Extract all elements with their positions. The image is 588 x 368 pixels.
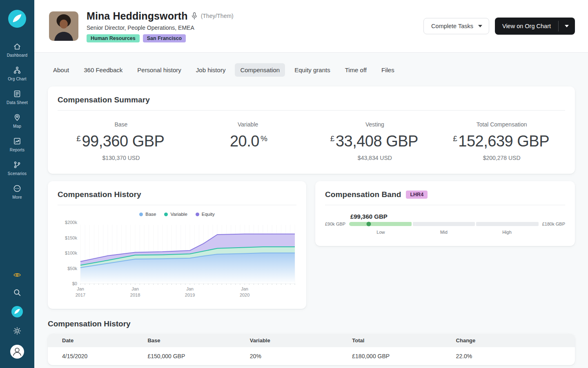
summary-value: 20.0 <box>230 133 259 150</box>
complete-tasks-button[interactable]: Complete Tasks <box>423 18 489 34</box>
col-header-variable: Variable <box>245 334 347 347</box>
svg-text:$50k: $50k <box>67 266 77 271</box>
compensation-band-card: Compensation Band LHR4 £99,360 GBP £90k … <box>315 181 575 246</box>
sidebar-item-map[interactable]: Map <box>0 109 34 133</box>
summary-col-variable: Variable 20.0% <box>185 121 312 162</box>
table-row[interactable]: 4/15/2020 £150,000 GBP 20% £180,000 GBP … <box>48 347 575 365</box>
more-ellipsis-icon <box>13 184 21 193</box>
view-org-chart-button[interactable]: View on Org Chart <box>495 18 575 35</box>
card-title: Compensation Summary <box>58 95 565 104</box>
value-suffix: % <box>261 134 267 143</box>
profile-photo <box>49 11 78 41</box>
divider <box>58 110 565 111</box>
chart-legend: Base Variable Equity <box>58 212 296 217</box>
sidebar-item-more[interactable]: More <box>0 180 34 204</box>
charthop-logo[interactable] <box>8 10 26 28</box>
job-title: Senior Director, People Operations, EMEA <box>87 24 234 31</box>
sidebar: Dashboard Org Chart Data Sheet Map <box>0 0 34 368</box>
sidebar-item-org-chart[interactable]: Org Chart <box>0 62 34 86</box>
currency-symbol: £ <box>76 134 80 143</box>
tab-360-feedback[interactable]: 360 Feedback <box>78 63 128 77</box>
cell-variable: 20% <box>245 347 347 365</box>
pronunciation-mic-icon[interactable] <box>192 12 197 20</box>
compensation-history-chart: $0$50k$100k$150k$200kJan2017Jan2018Jan20… <box>58 220 296 301</box>
legend-item-base[interactable]: Base <box>139 212 156 217</box>
band-low-segment <box>349 222 412 226</box>
svg-text:Jan: Jan <box>241 286 248 291</box>
sidebar-item-reports[interactable]: Reports <box>0 133 34 157</box>
legend-label: Equity <box>202 212 215 217</box>
legend-dot <box>164 213 168 216</box>
summary-label: Total Compensation <box>438 121 565 128</box>
cell-date: 4/15/2020 <box>48 347 143 365</box>
compensation-history-card: Compensation History Base Variable Equit… <box>48 181 306 309</box>
table-section-title: Compensation History <box>48 319 575 328</box>
pronouns: (They/Them) <box>201 13 234 19</box>
legend-item-variable[interactable]: Variable <box>164 212 187 217</box>
card-title: Compensation Band <box>325 190 401 199</box>
svg-text:$0: $0 <box>72 281 77 286</box>
divider <box>325 205 565 205</box>
summary-usd-value: $130,370 USD <box>58 155 185 162</box>
sidebar-item-label: Dashboard <box>7 53 28 58</box>
home-icon <box>13 42 21 51</box>
tab-personal-history[interactable]: Personal history <box>132 63 187 77</box>
identity-block: Mina Heddingsworth (They/Them) Senior Di… <box>87 10 234 42</box>
col-header-base: Base <box>143 334 245 347</box>
svg-text:$150k: $150k <box>65 235 77 240</box>
band-current-value: £99,360 GBP <box>350 213 388 220</box>
compensation-history-table-card: Date Base Variable Total Change 4/15/202… <box>48 334 575 365</box>
data-sheet-icon <box>13 90 21 98</box>
tab-job-history[interactable]: Job history <box>191 63 231 77</box>
legend-item-equity[interactable]: Equity <box>196 212 215 217</box>
sidebar-item-label: Map <box>13 124 21 129</box>
sidebar-item-dashboard[interactable]: Dashboard <box>0 38 34 62</box>
summary-usd-value: $200,278 USD <box>438 155 565 162</box>
tab-time-off[interactable]: Time off <box>340 63 372 77</box>
col-header-date: Date <box>48 334 143 347</box>
main-area: Mina Heddingsworth (They/Them) Senior Di… <box>34 0 588 368</box>
legend-label: Variable <box>170 212 187 217</box>
charthop-mini-logo-icon[interactable] <box>11 306 23 317</box>
map-pin-icon <box>13 113 21 122</box>
summary-grid: Base £99,360 GBP $130,370 USD Variable 2… <box>58 121 565 162</box>
header-actions: Complete Tasks View on Org Chart <box>423 18 575 35</box>
tab-compensation[interactable]: Compensation <box>235 63 285 77</box>
summary-label: Variable <box>185 121 312 128</box>
complete-tasks-label: Complete Tasks <box>431 23 473 29</box>
org-chart-icon <box>13 66 21 74</box>
band-code-badge: LHR4 <box>406 191 428 199</box>
legend-dot <box>139 213 143 216</box>
band-label-low: Low <box>349 230 412 235</box>
sidebar-item-data-sheet[interactable]: Data Sheet <box>0 86 34 109</box>
chevron-down-icon <box>478 25 482 27</box>
compensation-summary-card: Compensation Summary Base £99,360 GBP $1… <box>48 86 575 174</box>
person-name: Mina Heddingsworth <box>87 10 188 22</box>
tag-human-resources[interactable]: Human Resources <box>87 34 140 42</box>
profile-header: Mina Heddingsworth (They/Them) Senior Di… <box>34 0 588 53</box>
view-org-chart-dropdown[interactable] <box>559 18 575 35</box>
svg-text:2018: 2018 <box>130 293 140 297</box>
tab-equity-grants[interactable]: Equity grants <box>289 63 336 77</box>
summary-usd-value: $43,834 USD <box>312 155 439 162</box>
band-mid-segment <box>413 222 475 226</box>
user-account-avatar[interactable] <box>10 344 24 359</box>
divider <box>58 205 296 205</box>
tag-san-francisco[interactable]: San Francisco <box>143 34 186 42</box>
search-icon[interactable] <box>13 288 21 297</box>
gear-icon[interactable] <box>13 327 21 335</box>
svg-text:2017: 2017 <box>76 293 85 297</box>
content: About 360 Feedback Personal history Job … <box>34 53 588 368</box>
app-logo-icon <box>8 10 26 28</box>
eye-icon[interactable] <box>13 271 21 279</box>
tab-files[interactable]: Files <box>376 63 400 77</box>
summary-col-vesting: Vesting £33,408 GBP $43,834 USD <box>312 121 439 162</box>
band-widget: £99,360 GBP £90k GBP £180k GBP Low M <box>325 210 565 235</box>
tag-row: Human Resources San Francisco <box>87 34 234 42</box>
tab-about[interactable]: About <box>48 63 74 77</box>
sidebar-item-scenarios[interactable]: Scenarios <box>0 157 34 180</box>
sidebar-bottom-group <box>10 271 24 359</box>
summary-col-base: Base £99,360 GBP $130,370 USD <box>58 121 185 162</box>
app-root: Dashboard Org Chart Data Sheet Map <box>0 0 588 368</box>
summary-value: 152,639 GBP <box>458 133 549 150</box>
